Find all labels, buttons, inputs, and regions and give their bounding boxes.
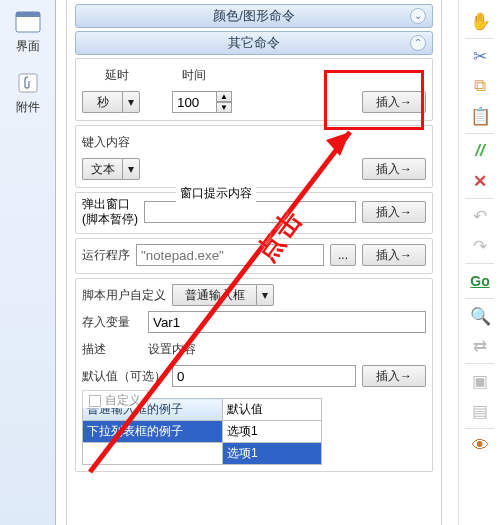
run-input[interactable] <box>136 244 324 266</box>
window-icon <box>13 8 43 36</box>
cell[interactable] <box>83 443 223 465</box>
custom-tab-control: 自定义 普通输入框的例子 默认值 下拉列表框的例子 选项1 选项1 <box>82 398 426 465</box>
tool-icon-a[interactable]: ▣ <box>459 366 500 396</box>
insert-popup-button[interactable]: 插入→ <box>362 201 426 223</box>
browse-button[interactable]: ... <box>330 244 356 266</box>
bar-other-cmd-label: 其它命令 <box>228 35 280 50</box>
find-icon[interactable]: 🔍 <box>459 301 500 331</box>
popup-line2: (脚本暂停) <box>82 212 138 227</box>
cell[interactable]: 选项1 <box>223 421 322 443</box>
eye-icon[interactable]: 👁 <box>459 431 500 461</box>
section-delay: 延时 时间 秒 ▾ ▲ ▼ 插入→ <box>75 58 433 121</box>
insert-delay-button[interactable]: 插入→ <box>362 91 426 113</box>
hand-pan-icon[interactable]: ✋ <box>459 6 500 36</box>
desc-value: 设置内容 <box>148 341 196 358</box>
redo-icon[interactable]: ↷ <box>459 231 500 261</box>
sidebar-label-ui: 界面 <box>0 38 55 55</box>
right-toolbar: ✋ ✂ ⧉ 📋 // ✕ ↶ ↷ Go 🔍 ⇄ ▣ ▤ 👁 <box>458 0 500 525</box>
undo-icon[interactable]: ↶ <box>459 201 500 231</box>
copy-icon[interactable]: ⧉ <box>459 71 500 101</box>
tab-custom[interactable]: 自定义 <box>82 390 148 408</box>
delay-unit-label: 秒 <box>97 94 109 111</box>
comment-icon[interactable]: // <box>459 136 500 166</box>
userdef-mode-dropdown[interactable]: 普通输入框 ▾ <box>172 284 274 306</box>
section-popup: 窗口提示内容 弹出窗口 (脚本暂停) 插入→ <box>75 192 433 234</box>
tool-icon-b[interactable]: ▤ <box>459 396 500 426</box>
sidebar-item-ui[interactable]: 界面 <box>0 0 55 61</box>
run-header: 运行程序 <box>82 247 130 264</box>
default-header: 默认值（可选） <box>82 368 166 385</box>
uncomment-icon[interactable]: ✕ <box>459 166 500 196</box>
bar-other-cmd[interactable]: 其它命令 ⌃ <box>75 31 433 55</box>
key-type-dropdown[interactable]: 文本 ▾ <box>82 158 140 180</box>
bar-color-cmd-label: 颜色/图形命令 <box>213 8 295 23</box>
saveas-header: 存入变量 <box>82 314 142 331</box>
collapse-icon[interactable]: ⌃ <box>410 35 426 51</box>
section-key-content: 键入内容 文本 ▾ 插入→ <box>75 125 433 188</box>
expand-icon[interactable]: ⌄ <box>410 8 426 24</box>
section-userdef: 脚本用户自定义 普通输入框 ▾ 存入变量 描述 设置内容 默认值（可选） 插入→… <box>75 278 433 472</box>
popup-group-title: 窗口提示内容 <box>176 185 256 202</box>
popup-input[interactable] <box>144 201 356 223</box>
desc-header: 描述 <box>82 341 142 358</box>
insert-keycontent-button[interactable]: 插入→ <box>362 158 426 180</box>
var-input[interactable] <box>148 311 426 333</box>
cell[interactable]: 默认值 <box>223 399 322 421</box>
svg-rect-1 <box>16 12 40 17</box>
spin-down-icon[interactable]: ▼ <box>216 102 232 113</box>
paste-icon[interactable]: 📋 <box>459 101 500 131</box>
attachment-icon <box>13 69 43 97</box>
delay-unit-dropdown[interactable]: 秒 ▾ <box>82 91 140 113</box>
bar-color-cmd[interactable]: 颜色/图形命令 ⌄ <box>75 4 433 28</box>
chevron-down-icon[interactable]: ▾ <box>122 91 140 113</box>
default-input[interactable] <box>172 365 356 387</box>
section-run: 运行程序 ... 插入→ <box>75 238 433 274</box>
table-row: 选项1 <box>83 443 322 465</box>
sidebar-item-attach[interactable]: 附件 <box>0 61 55 122</box>
cell-selected[interactable]: 下拉列表框的例子 <box>83 421 223 443</box>
main-panel: 颜色/图形命令 ⌄ 其它命令 ⌃ 延时 时间 秒 ▾ ▲ ▼ 插入→ <box>66 0 442 525</box>
chevron-down-icon[interactable]: ▾ <box>122 158 140 180</box>
delay-header: 延时 <box>82 67 152 84</box>
insert-run-button[interactable]: 插入→ <box>362 244 426 266</box>
userdef-mode-label: 普通输入框 <box>185 287 245 304</box>
popup-line1: 弹出窗口 <box>82 197 138 212</box>
time-input[interactable] <box>172 91 216 113</box>
time-spinner[interactable]: ▲ ▼ <box>172 91 232 113</box>
chevron-down-icon[interactable]: ▾ <box>256 284 274 306</box>
table-row: 下拉列表框的例子 选项1 <box>83 421 322 443</box>
sidebar-label-attach: 附件 <box>0 99 55 116</box>
left-sidebar: 界面 附件 <box>0 0 56 525</box>
userdef-header: 脚本用户自定义 <box>82 287 166 304</box>
spin-up-icon[interactable]: ▲ <box>216 91 232 102</box>
key-content-header: 键入内容 <box>82 134 130 151</box>
insert-userdef-button[interactable]: 插入→ <box>362 365 426 387</box>
replace-icon[interactable]: ⇄ <box>459 331 500 361</box>
key-type-label: 文本 <box>91 161 115 178</box>
go-action-icon[interactable]: Go <box>459 266 500 296</box>
cut-icon[interactable]: ✂ <box>459 41 500 71</box>
time-header: 时间 <box>158 67 230 84</box>
cell-selected[interactable]: 选项1 <box>223 443 322 465</box>
